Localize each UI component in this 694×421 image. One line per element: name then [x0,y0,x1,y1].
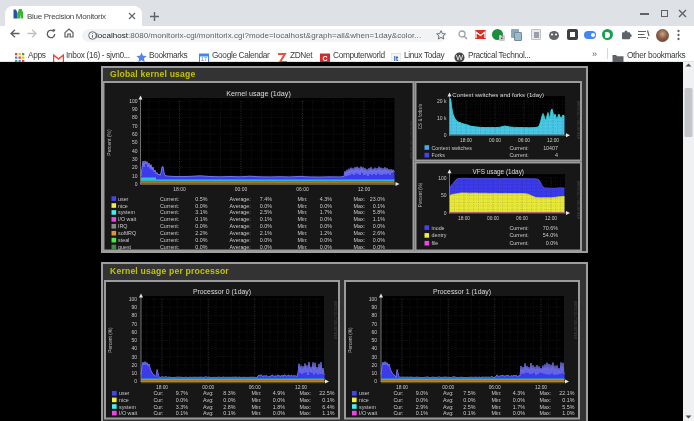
svg-text:Cur:: Cur: [394,390,404,396]
svg-text:22.5%: 22.5% [319,390,334,396]
svg-text:6.4%: 6.4% [322,404,334,410]
svg-text:Cur:: Cur: [394,410,404,416]
svg-text:2.5%: 2.5% [463,404,475,410]
svg-text:100: 100 [369,296,378,302]
svg-text:Max:: Max: [354,223,366,229]
svg-text:Kernel usage (1day): Kernel usage (1day) [226,89,291,98]
svg-text:0.5%: 0.5% [195,196,207,202]
svg-text:40: 40 [132,148,138,154]
svg-text:0.1%: 0.1% [322,397,334,403]
svg-text:system: system [119,404,136,410]
svg-text:I/O wait: I/O wait [119,410,138,416]
svg-text:12:00: 12:00 [358,186,371,192]
svg-text:Min:: Min: [298,244,308,250]
svg-text:0.0%: 0.0% [373,244,385,250]
svg-text:Current:: Current: [160,230,179,236]
svg-text:0: 0 [444,132,447,138]
svg-text:Current:: Current: [510,225,529,231]
svg-text:Min:: Min: [252,410,262,416]
svg-text:Min:: Min: [252,404,262,410]
svg-text:2.5%: 2.5% [260,209,272,215]
svg-text:0.1%: 0.1% [373,203,385,209]
svg-text:0.0%: 0.0% [320,203,332,209]
svg-text:30: 30 [132,156,138,162]
svg-text:0.0%: 0.0% [373,237,385,243]
svg-text:Cur:: Cur: [394,404,404,410]
svg-text:1.1%: 1.1% [373,216,385,222]
svg-text:Current:: Current: [160,216,179,222]
svg-text:7.4%: 7.4% [260,196,272,202]
svg-text:0: 0 [134,378,137,384]
svg-text:user: user [119,390,130,396]
svg-text:2.8%: 2.8% [223,404,235,410]
svg-text:20: 20 [371,362,377,368]
svg-text:Current:: Current: [160,244,179,250]
svg-text:Context switches: Context switches [432,145,473,151]
svg-text:10 k: 10 k [437,115,447,121]
svg-text:Global kernel usage: Global kernel usage [110,69,195,79]
svg-text:0: 0 [135,181,138,187]
svg-text:Current:: Current: [160,237,179,243]
svg-text:0.0%: 0.0% [195,203,207,209]
svg-text:3.3%: 3.3% [176,404,188,410]
svg-text:3.1%: 3.1% [195,209,207,215]
svg-text:Min:: Min: [492,390,502,396]
svg-text:8.3%: 8.3% [223,390,235,396]
svg-text:0.1%: 0.1% [223,410,235,416]
svg-text:Avg:: Avg: [443,410,454,416]
svg-text:Min:: Min: [298,216,308,222]
svg-text:Max:: Max: [354,237,366,243]
svg-text:50: 50 [131,337,137,343]
svg-text:0.0%: 0.0% [195,237,207,243]
svg-text:0.0%: 0.0% [273,397,285,403]
svg-text:40: 40 [371,345,377,351]
svg-text:user: user [359,390,370,396]
svg-text:50: 50 [132,139,138,145]
svg-text:0: 0 [374,378,377,384]
svg-text:06:00: 06:00 [518,138,530,143]
svg-text:0.0%: 0.0% [260,203,272,209]
svg-text:Min:: Min: [298,230,308,236]
svg-text:60: 60 [371,329,377,335]
svg-text:9.0%: 9.0% [416,390,428,396]
svg-text:12:00: 12:00 [547,138,559,143]
svg-text:7.5%: 7.5% [463,390,475,396]
svg-text:Current:: Current: [160,203,179,209]
svg-text:file: file [432,240,439,246]
svg-text:RRDTOOL / TOBI OETIKER: RRDTOOL / TOBI OETIKER [333,301,337,340]
svg-text:Max:: Max: [354,244,366,250]
svg-text:Min:: Min: [252,390,262,396]
svg-text:Current:: Current: [510,232,529,238]
svg-text:1.0%: 1.0% [562,410,574,416]
svg-text:Avg:: Avg: [203,404,214,410]
svg-text:Avg:: Avg: [203,390,214,396]
svg-text:Avg:: Avg: [443,390,454,396]
svg-text:0.0%: 0.0% [260,244,272,250]
svg-text:Max:: Max: [540,390,552,396]
svg-text:Max:: Max: [354,216,366,222]
svg-text:100: 100 [438,175,447,181]
svg-text:Avg:: Avg: [203,397,214,403]
svg-text:12:00: 12:00 [545,216,557,221]
svg-text:I/O wait: I/O wait [118,216,137,222]
svg-text:0.1%: 0.1% [176,410,188,416]
svg-text:Min:: Min: [298,196,308,202]
svg-text:Context switches and forks (1: Context switches and forks (1day) [452,91,544,98]
svg-text:RRDTOOL / TOBI OETIKER: RRDTOOL / TOBI OETIKER [409,121,413,160]
svg-text:4.3%: 4.3% [320,196,332,202]
svg-text:100: 100 [129,98,138,104]
svg-text:0.0%: 0.0% [416,397,428,403]
svg-text:60: 60 [132,131,138,137]
svg-text:Current:: Current: [160,209,179,215]
svg-text:90: 90 [132,106,138,112]
svg-text:IRQ: IRQ [118,223,128,229]
svg-text:0.0%: 0.0% [320,223,332,229]
svg-text:0: 0 [444,210,447,216]
svg-text:I/O wait: I/O wait [359,410,378,416]
svg-text:Percent (%): Percent (%) [348,327,353,353]
svg-text:VFS usage (1day): VFS usage (1day) [472,168,524,176]
svg-text:Current:: Current: [510,152,529,158]
svg-text:70: 70 [131,321,137,327]
svg-text:Average:: Average: [230,230,251,236]
svg-text:Max:: Max: [300,410,312,416]
